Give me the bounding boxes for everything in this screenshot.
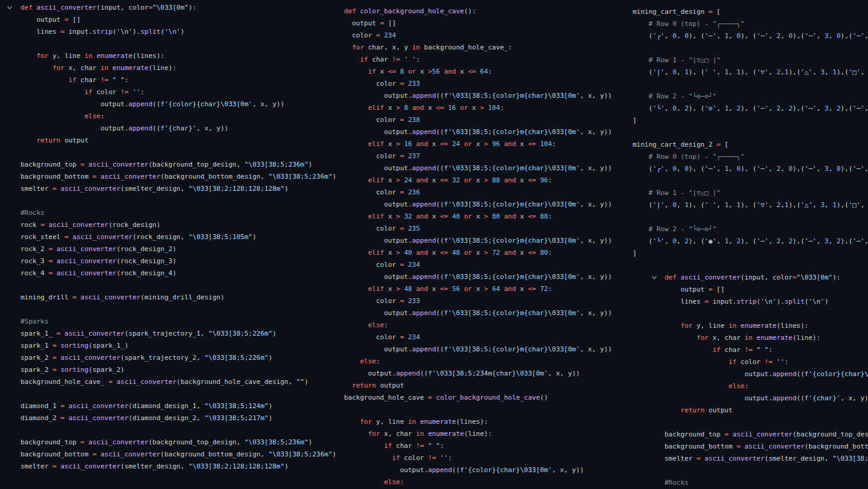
code-line[interactable]: ('┌', 0, 0), ('─', 1, 0), ('─', 2, 0),('… xyxy=(633,163,868,175)
code-line[interactable]: background_hole_cave_ = ascii_converter(… xyxy=(21,376,336,388)
code-line[interactable]: color = 238 xyxy=(344,114,612,126)
code-line[interactable]: if char != " ": xyxy=(633,344,868,356)
code-line[interactable]: if char != " ": xyxy=(344,440,612,452)
code-line[interactable]: smelter = ascii_converter(smelter_design… xyxy=(21,461,336,473)
fold-chevron-icon[interactable] xyxy=(5,2,14,14)
code-line[interactable] xyxy=(344,404,612,416)
code-line[interactable]: color = 235 xyxy=(344,223,612,235)
code-line[interactable]: spark_1 = sorting(spark_1_) xyxy=(21,340,336,352)
code-line[interactable]: output.append((f'\033[38;5;{color}m{char… xyxy=(344,344,612,356)
code-line[interactable]: rock_2 = ascii_converter(rock_design_2) xyxy=(21,243,336,255)
code-line[interactable]: output = [] xyxy=(21,14,336,26)
code-line[interactable]: background_top = ascii_converter(backgro… xyxy=(21,159,336,171)
code-line[interactable]: mining_cart_design_2 = [ xyxy=(633,139,868,151)
code-line[interactable]: ('└', 0, 2), ('◉', 1, 2), ('─', 2, 2),('… xyxy=(633,235,868,248)
code-line[interactable] xyxy=(21,388,336,400)
code-line[interactable]: for y, line in enumerate(lines): xyxy=(633,320,868,332)
code-line[interactable]: output.append((f'{color}{char}\033[0m', … xyxy=(633,368,868,380)
code-line[interactable]: output.append((f'\033[38;5;{color}m{char… xyxy=(344,162,612,174)
code-line[interactable]: # Row 1 - "|▽△□ |" xyxy=(633,187,868,199)
code-line[interactable]: lines = input.strip('\n').split('\n') xyxy=(21,26,336,38)
code-line[interactable]: #Sparks xyxy=(21,316,336,328)
code-line[interactable]: output.append((f'\033[38;5;{color}m{char… xyxy=(344,307,612,319)
code-line[interactable]: output.append((f'\033[38;5;{color}m{char… xyxy=(344,235,612,247)
code-line[interactable]: # Row 0 (top) - "┌────┐" xyxy=(633,151,868,163)
code-line[interactable] xyxy=(633,42,868,54)
code-line[interactable]: mining_drill = ascii_converter(mining_dr… xyxy=(21,292,336,304)
code-line[interactable]: if char != ' ': xyxy=(344,54,612,66)
code-line[interactable]: color = 237 xyxy=(344,150,612,162)
code-line[interactable]: rock_4 = ascii_converter(rock_design_4) xyxy=(21,267,336,280)
code-line[interactable]: diamond_2 = ascii_converter(diamond_desi… xyxy=(21,412,336,424)
code-line[interactable]: color = 236 xyxy=(344,187,612,199)
code-line[interactable] xyxy=(633,260,868,272)
code-line[interactable]: output.append((f'\033[38;5;234m{char}\03… xyxy=(344,368,612,380)
code-line[interactable]: if color != '': xyxy=(633,356,868,368)
code-line[interactable]: smelter = ascii_converter(smelter_design… xyxy=(21,183,336,195)
code-line[interactable]: background_bottom = ascii_converter(back… xyxy=(633,441,868,453)
code-line[interactable]: output.append((f'\033[38;5;{color}m{char… xyxy=(344,271,612,283)
code-line[interactable]: output.append((f'{char}', x, y)) xyxy=(21,123,336,135)
code-line[interactable]: ] xyxy=(633,248,868,260)
code-line[interactable]: for y, line in enumerate(lines): xyxy=(344,416,612,428)
code-line[interactable]: background_bottom = ascii_converter(back… xyxy=(21,171,336,183)
code-line[interactable]: if color != '': xyxy=(344,452,612,464)
code-editor[interactable]: def ascii_converter(input, color="\033[0… xyxy=(0,0,868,489)
code-line[interactable]: ('|', 0, 1), (' ', 1, 1), ('▽', 2,1),('△… xyxy=(633,199,868,211)
code-line[interactable]: ] xyxy=(633,115,868,127)
code-line[interactable] xyxy=(21,424,336,436)
code-line[interactable]: background_hole_cave = color_background_… xyxy=(344,392,612,404)
code-line[interactable]: rock_3 = ascii_converter(rock_design_3) xyxy=(21,255,336,267)
code-line[interactable]: for char, x, y in background_hole_cave_: xyxy=(344,42,612,54)
code-line[interactable]: color = 233 xyxy=(344,78,612,90)
code-line[interactable]: color = 234 xyxy=(344,259,612,271)
code-line[interactable]: spark_2 = ascii_converter(spark_trajecto… xyxy=(21,352,336,364)
code-line[interactable]: diamond_1 = ascii_converter(diamond_desi… xyxy=(21,400,336,412)
code-line[interactable]: #Rocks xyxy=(633,477,868,489)
code-line[interactable]: output.append((f'{color}{char}\033[0m', … xyxy=(21,98,336,110)
code-line[interactable]: return output xyxy=(633,404,868,417)
code-line[interactable]: output.append((f'\033[38;5;{color}m{char… xyxy=(344,90,612,102)
code-line[interactable]: background_top = ascii_converter(backgro… xyxy=(633,429,868,441)
code-line[interactable]: ('┌', 0, 0), ('─', 1, 0), ('─', 2, 0),('… xyxy=(633,30,868,42)
code-column-middle[interactable]: def color_background_hole_cave(): output… xyxy=(344,5,612,488)
code-line[interactable]: background_top = ascii_converter(backgro… xyxy=(21,436,336,449)
code-line[interactable]: elif x > 8 and x <= 16 or x > 104: xyxy=(344,102,612,114)
code-line[interactable]: elif x > 40 and x <= 48 or x > 72 and x … xyxy=(344,247,612,259)
code-line[interactable]: if x <= 8 or x >56 and x <= 64: xyxy=(344,66,612,78)
code-line[interactable]: color = 234 xyxy=(344,30,612,42)
code-line[interactable] xyxy=(633,465,868,477)
code-line[interactable]: def ascii_converter(input, color="\033[0… xyxy=(633,272,868,284)
code-line[interactable]: output.append((f'{color}{char}\033[0m', … xyxy=(344,464,612,476)
code-line[interactable]: lines = input.strip('\n').split('\n') xyxy=(633,296,868,308)
code-line[interactable]: spark_2 = sorting(spark_2) xyxy=(21,364,336,376)
fold-chevron-icon[interactable] xyxy=(649,272,659,284)
code-line[interactable]: if color != '': xyxy=(21,86,336,98)
code-line[interactable]: mining_cart_design = [ xyxy=(633,6,868,18)
code-line[interactable]: #Rocks xyxy=(21,207,336,219)
code-line[interactable] xyxy=(21,38,336,50)
code-line[interactable]: else: xyxy=(344,319,612,331)
code-line[interactable]: color = 233 xyxy=(344,295,612,307)
code-line[interactable]: elif x > 24 and x <= 32 or x > 88 and x … xyxy=(344,174,612,187)
code-line[interactable]: elif x > 32 and x <= 40 or x > 80 and x … xyxy=(344,211,612,223)
code-line[interactable]: for y, line in enumerate(lines): xyxy=(21,50,336,62)
code-line[interactable]: def ascii_converter(input, color="\033[0… xyxy=(21,2,336,14)
code-line[interactable]: elif x > 16 and x <= 24 or x > 96 and x … xyxy=(344,138,612,150)
code-line[interactable] xyxy=(633,417,868,429)
code-line[interactable]: output.append((f'{char}', x, y)) xyxy=(633,392,868,404)
code-line[interactable]: # Row 2 - "└⊙─⊙┘" xyxy=(633,223,868,235)
code-line[interactable]: output.append((f'\033[38;5;{color}m{char… xyxy=(344,126,612,138)
code-line[interactable]: return output xyxy=(344,380,612,392)
code-line[interactable]: ('|', 0, 1), (' ', 1, 1), ('▽', 2,1),('△… xyxy=(633,66,868,78)
code-line[interactable]: output = [] xyxy=(344,18,612,30)
code-line[interactable]: background_bottom = ascii_converter(back… xyxy=(21,449,336,461)
code-line[interactable]: # Row 2 - "└⊙─⊙┘" xyxy=(633,91,868,103)
code-line[interactable] xyxy=(21,147,336,159)
code-line[interactable]: smelter = ascii_converter(smelter_design… xyxy=(633,453,868,465)
code-line[interactable] xyxy=(633,127,868,139)
code-line[interactable] xyxy=(21,304,336,316)
code-line[interactable] xyxy=(633,175,868,187)
code-column-left[interactable]: def ascii_converter(input, color="\033[0… xyxy=(21,2,336,473)
code-line[interactable] xyxy=(633,78,868,91)
